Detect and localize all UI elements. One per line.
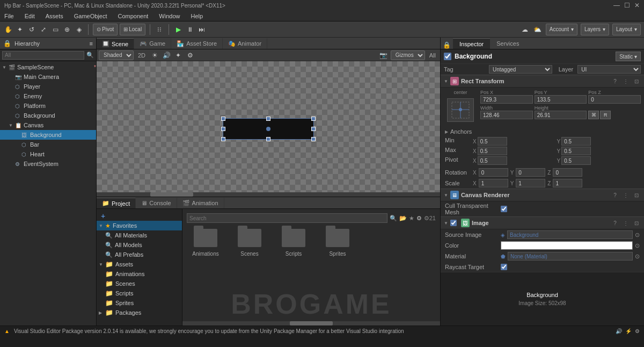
- width-input[interactable]: [480, 111, 533, 119]
- hier-item-maincamera[interactable]: 📷 Main Camera: [0, 72, 96, 82]
- asset-sprites[interactable]: Sprites: [319, 227, 356, 257]
- hier-item-canvas[interactable]: ▼ 📋 Canvas: [0, 120, 96, 130]
- status-icon-1[interactable]: 🔊: [616, 328, 622, 334]
- pos-y-input[interactable]: [535, 95, 587, 104]
- anchor-widget[interactable]: [447, 98, 474, 122]
- menu-gameobject[interactable]: GameObject: [72, 13, 109, 19]
- minimize-btn[interactable]: —: [613, 2, 620, 9]
- height-set-btn[interactable]: ⌘: [588, 111, 599, 119]
- selected-object[interactable]: [223, 118, 314, 140]
- proj-assets[interactable]: ▼ 📁 Assets: [97, 259, 182, 269]
- menu-component[interactable]: Component: [115, 13, 150, 19]
- shading-dropdown[interactable]: Shaded: [99, 50, 134, 60]
- tab-animation[interactable]: 🎬 Animation: [177, 198, 224, 208]
- handle-mid-left[interactable]: [221, 127, 225, 131]
- transform-tool-icon[interactable]: ⊕: [62, 25, 72, 34]
- pause-btn[interactable]: ⏸: [185, 25, 195, 34]
- max-x-input[interactable]: [478, 147, 507, 155]
- object-active-checkbox[interactable]: [444, 53, 451, 60]
- rect-transform-header[interactable]: ▼ ⊞ Rect Transform ? ⋮ ⊡: [441, 75, 644, 88]
- proj-all-materials[interactable]: 🔍 All Materials: [97, 230, 182, 240]
- color-swatch[interactable]: [501, 241, 633, 250]
- menu-file[interactable]: File: [2, 13, 16, 19]
- scene-camera-icon[interactable]: 📷: [379, 50, 389, 60]
- cloud-icon[interactable]: ⛅: [533, 25, 543, 34]
- tag-dropdown[interactable]: Untagged: [489, 65, 552, 74]
- search-btn-icon[interactable]: 🔍: [390, 215, 397, 222]
- color-pick-icon[interactable]: ⊙: [635, 242, 640, 249]
- proj-sprites[interactable]: 📁 Sprites: [97, 298, 182, 308]
- handle-top-right[interactable]: [311, 117, 316, 121]
- menu-help[interactable]: Help: [188, 13, 205, 19]
- project-scrollbar-thumb-h[interactable]: [290, 321, 333, 326]
- custom-tool-icon[interactable]: ◈: [74, 25, 84, 34]
- handle-mid-right[interactable]: [311, 127, 316, 131]
- 2d-btn[interactable]: 2D: [136, 52, 148, 59]
- image-comp-header[interactable]: ▼ 🖼 Image ? ⋮ ⊡: [441, 216, 644, 229]
- move-tool-icon[interactable]: ✦: [15, 25, 25, 34]
- material-ref[interactable]: None (Material): [508, 252, 633, 261]
- source-image-ref[interactable]: Background: [507, 230, 633, 239]
- comp-presets-icon[interactable]: ⊡: [632, 219, 641, 227]
- canvas-renderer-header[interactable]: ▼ 🖥 Canvas Renderer ? ⋮ ⊡: [441, 189, 644, 201]
- raycast-target-checkbox[interactable]: [501, 264, 507, 270]
- height-input[interactable]: [535, 111, 587, 119]
- max-y-input[interactable]: [561, 147, 591, 155]
- comp-info-icon[interactable]: ?: [611, 219, 619, 227]
- proj-all-models[interactable]: 🔍 All Models: [97, 240, 182, 250]
- proj-scenes[interactable]: 📁 Scenes: [97, 279, 182, 288]
- pos-z-input[interactable]: [588, 95, 641, 104]
- hier-item-heart[interactable]: ⬡ Heart: [0, 149, 96, 159]
- effects-toggle-icon[interactable]: ✦: [173, 50, 183, 60]
- hier-item-background-top[interactable]: ⬡ Background: [0, 111, 96, 120]
- layer-dropdown[interactable]: UI: [577, 65, 641, 74]
- asset-scenes[interactable]: Scenes: [231, 227, 268, 257]
- title-controls[interactable]: — ☐ ✕: [613, 2, 640, 9]
- overlay-toggle-icon[interactable]: ⚙: [185, 50, 195, 60]
- hier-item-player[interactable]: ⬡ Player: [0, 82, 96, 91]
- comp-options-icon[interactable]: ⋮: [621, 77, 630, 85]
- pivot-x-input[interactable]: [478, 156, 507, 165]
- handle-bottom-mid[interactable]: [266, 137, 270, 141]
- hier-item-enemy[interactable]: ⬡ Enemy: [0, 91, 96, 101]
- insp-tab-inspector[interactable]: Inspector: [453, 38, 490, 49]
- gizmos-dropdown[interactable]: Gizmos: [391, 50, 425, 60]
- status-icon-3[interactable]: ⚙: [635, 328, 640, 334]
- hand-tool-icon[interactable]: ✋: [3, 25, 13, 34]
- handle-bottom-left[interactable]: [221, 137, 225, 141]
- proj-item-add[interactable]: +: [97, 211, 182, 221]
- handle-bottom-right[interactable]: [311, 137, 316, 141]
- inspector-lock-icon[interactable]: 🔒: [441, 41, 453, 49]
- tab-project[interactable]: 📁 Project: [97, 198, 136, 208]
- comp-options-icon[interactable]: ⋮: [621, 219, 630, 227]
- comp-info-icon[interactable]: ?: [611, 77, 619, 85]
- scene-scrollbar-h[interactable]: [97, 192, 440, 197]
- comp-info-icon[interactable]: ?: [611, 191, 619, 199]
- tab-asset-store[interactable]: 🏪 Asset Store: [171, 38, 223, 49]
- scale-tool-icon[interactable]: ⤢: [39, 25, 48, 34]
- layers-dropdown[interactable]: Layers ▾: [581, 24, 609, 35]
- min-y-input[interactable]: [561, 137, 591, 146]
- scene-scrollbar-thumb-h[interactable]: [150, 192, 193, 197]
- source-image-pick-icon[interactable]: ⊙: [635, 232, 640, 238]
- hier-item-bar[interactable]: ⬡ Bar: [0, 140, 96, 149]
- tab-console[interactable]: 🖥 Console: [136, 198, 177, 208]
- rotation-z-input[interactable]: [553, 168, 582, 177]
- proj-scripts[interactable]: 📁 Scripts: [97, 288, 182, 298]
- scale-y-input[interactable]: [516, 179, 545, 187]
- min-x-input[interactable]: [478, 137, 507, 146]
- step-btn[interactable]: ⏭: [197, 25, 207, 34]
- layout-dropdown[interactable]: Layout ▾: [612, 24, 641, 35]
- status-icon-2[interactable]: ⚡: [625, 328, 632, 334]
- proj-animations[interactable]: 📁 Animations: [97, 269, 182, 279]
- handle-top-mid[interactable]: [266, 117, 270, 121]
- rotation-y-input[interactable]: [516, 168, 545, 177]
- maximize-btn[interactable]: ☐: [624, 2, 630, 9]
- rotation-x-input[interactable]: [479, 168, 508, 177]
- play-btn[interactable]: ▶: [173, 25, 183, 34]
- static-dropdown-btn[interactable]: Static ▾: [616, 52, 641, 61]
- menu-edit[interactable]: Edit: [23, 13, 37, 19]
- star-btn-icon[interactable]: ★: [409, 215, 414, 222]
- handle-top-left[interactable]: [221, 117, 225, 121]
- asset-animations[interactable]: Animations: [187, 227, 224, 257]
